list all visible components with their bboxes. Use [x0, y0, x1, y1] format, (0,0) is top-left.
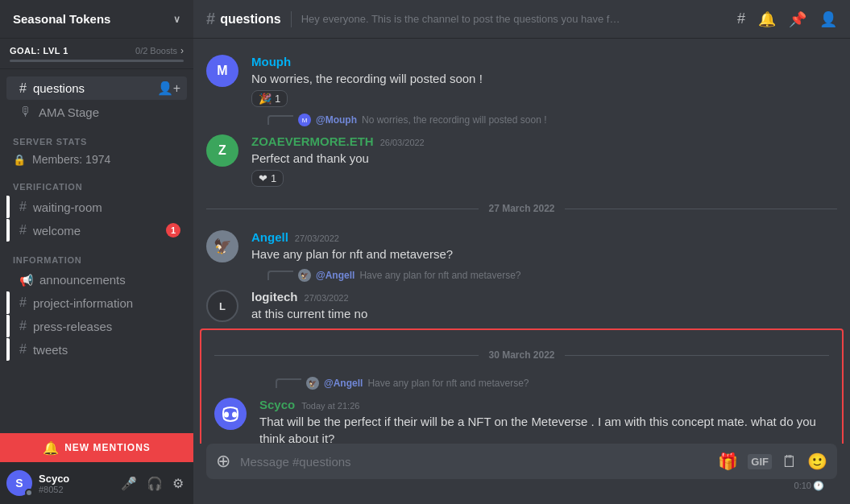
message-content: ZOAEVERMORE.ETH 26/03/2022 Perfect and t… — [251, 134, 837, 187]
add-member-icon[interactable]: 👤+ — [157, 81, 180, 96]
user-panel: S Scyco #8052 🎤 🎧 ⚙ — [0, 462, 193, 504]
channel-header-name: questions — [220, 12, 281, 27]
attach-button[interactable]: ⊕ — [216, 451, 230, 472]
notification-settings-icon[interactable]: 🔔 — [758, 10, 776, 28]
boost-bar — [10, 60, 184, 62]
messages-area: M Mouph No worries, the recording will p… — [193, 39, 850, 444]
channel-title: # questions — [206, 10, 281, 28]
message-author: Mouph — [251, 55, 291, 68]
avatar: Z — [206, 134, 238, 167]
avatar — [214, 398, 247, 430]
lock-icon: 🔒 — [13, 154, 26, 166]
divider-line — [206, 209, 479, 209]
status-dot — [25, 489, 33, 497]
reply-mention: @Angell — [324, 378, 363, 389]
svg-point-0 — [224, 412, 229, 418]
hash-icon-project: # — [19, 295, 27, 310]
new-mentions-label: NEW MENTIONS — [64, 442, 151, 453]
pin-icon[interactable]: 📌 — [789, 10, 806, 28]
members-count: 🔒 Members: 1974 — [0, 150, 193, 169]
members-icon[interactable]: 👤 — [819, 10, 837, 28]
message-group: 🦅 @Angell Have any plan for nft and meta… — [193, 266, 850, 287]
avatar: M — [206, 55, 238, 87]
channel-name-announcements: announcements — [39, 273, 126, 287]
settings-icon[interactable]: ⚙ — [169, 473, 187, 494]
timestamp: 0:10 — [794, 481, 811, 491]
message-timestamp: 27/03/2022 — [305, 293, 349, 303]
message-content: M @Mouph No worries, the recording will … — [251, 114, 837, 128]
reaction-emoji: ❤ — [259, 172, 267, 184]
channel-item-project-information[interactable]: # project-information — [6, 291, 187, 314]
channel-name-project-information: project-information — [33, 296, 133, 310]
message-content: 🦅 @Angell Have any plan for nft and meta… — [259, 377, 829, 391]
new-mentions-bar[interactable]: 🔔 NEW MENTIONS — [0, 433, 193, 462]
message-group: M @Mouph No worries, the recording will … — [193, 110, 850, 131]
message-author: Scyco — [259, 398, 295, 411]
channel-item-tweets[interactable]: # tweets — [6, 338, 187, 361]
message-author: logitech — [251, 290, 298, 304]
channel-item-questions[interactable]: # questions 👤+ — [6, 76, 187, 100]
message-header: Mouph — [251, 55, 837, 68]
hash-icon-tweets: # — [19, 342, 27, 357]
reply-text: No worries, the recording will posted so… — [362, 114, 546, 126]
channel-item-press-releases[interactable]: # press-releases — [6, 315, 187, 337]
avatar-spacer — [214, 377, 247, 391]
message-group: Scyco Today at 21:26 That will be the pe… — [201, 395, 842, 444]
input-icons: 🎁 GIF 🗒 🙂 — [718, 452, 827, 471]
unread-indicator-tweets — [6, 338, 10, 361]
channel-name-ama-stage: AMA Stage — [39, 105, 99, 119]
deafen-icon[interactable]: 🎧 — [143, 473, 166, 494]
reply-text: Have any plan for nft and metaverse? — [367, 378, 529, 389]
avatar-spacer — [206, 114, 238, 128]
section-information: INFORMATION — [0, 242, 193, 268]
message-input-wrapper: ⊕ 🎁 GIF 🗒 🙂 — [206, 444, 837, 479]
message-text: Perfect and thank you — [251, 150, 837, 167]
message-content: Angell 27/03/2022 Have any plan for nft … — [251, 230, 837, 262]
channel-topic: Hey everyone. This is the channel to pos… — [301, 13, 624, 25]
message-author: Angell — [251, 230, 288, 244]
divider-line — [565, 209, 837, 209]
channel-item-waiting-room[interactable]: # waiting-room — [6, 196, 187, 218]
threads-icon[interactable]: # — [737, 10, 745, 27]
boost-chevron-icon: › — [180, 45, 184, 56]
avatar-spacer — [206, 269, 238, 283]
channel-name-waiting-room: waiting-room — [33, 200, 102, 214]
message-content: 🦅 @Angell Have any plan for nft and meta… — [251, 269, 837, 283]
reaction-emoji: 🎉 — [259, 93, 272, 105]
message-input[interactable] — [240, 455, 718, 469]
reply-avatar: 🦅 — [306, 377, 319, 390]
server-chevron-icon: ∨ — [173, 14, 180, 25]
message-header: Scyco Today at 21:26 — [259, 398, 829, 411]
emoji-icon[interactable]: 🙂 — [807, 452, 827, 471]
channel-item-announcements[interactable]: 📢 announcements — [6, 269, 187, 291]
server-name: Seasonal Tokens — [13, 12, 110, 26]
message-group: Z ZOAEVERMORE.ETH 26/03/2022 Perfect and… — [193, 131, 850, 190]
reply-line — [267, 271, 293, 280]
avatar: L — [206, 290, 238, 322]
channel-item-welcome[interactable]: # welcome 1 — [6, 219, 187, 242]
message-timestamp: 26/03/2022 — [380, 138, 425, 147]
server-header[interactable]: Seasonal Tokens ∨ — [0, 0, 193, 39]
channel-header: # questions Hey everyone. This is the ch… — [193, 0, 850, 39]
channel-item-ama-stage[interactable]: 🎙 AMA Stage — [6, 101, 187, 123]
boost-label: GOAL: LVL 1 — [10, 46, 68, 56]
date-text: 30 March 2022 — [488, 349, 554, 361]
mute-icon[interactable]: 🎤 — [118, 473, 140, 494]
sidebar: Seasonal Tokens ∨ GOAL: LVL 1 0/2 Boosts… — [0, 0, 193, 504]
header-icons: # 🔔 📌 👤 — [737, 10, 837, 28]
message-header: ZOAEVERMORE.ETH 26/03/2022 — [251, 134, 837, 148]
gif-icon[interactable]: GIF — [748, 454, 772, 469]
reply-avatar: M — [298, 114, 311, 126]
unread-indicator-proj — [6, 291, 10, 314]
server-boost[interactable]: GOAL: LVL 1 0/2 Boosts › — [0, 39, 193, 69]
sticker-icon[interactable]: 🗒 — [782, 452, 798, 471]
reaction[interactable]: ❤ 1 — [251, 170, 284, 187]
reaction[interactable]: 🎉 1 — [251, 90, 288, 107]
message-text: No worries, the recording will posted so… — [251, 70, 837, 87]
reply-preview: 🦅 @Angell Have any plan for nft and meta… — [251, 269, 837, 282]
date-divider-march30: 30 March 2022 — [201, 337, 842, 374]
announcements-icon: 📢 — [19, 274, 33, 287]
message-group: 🦅 Angell 27/03/2022 Have any plan for nf… — [193, 227, 850, 266]
reply-preview: M @Mouph No worries, the recording will … — [251, 114, 837, 126]
gift-icon[interactable]: 🎁 — [718, 452, 738, 471]
